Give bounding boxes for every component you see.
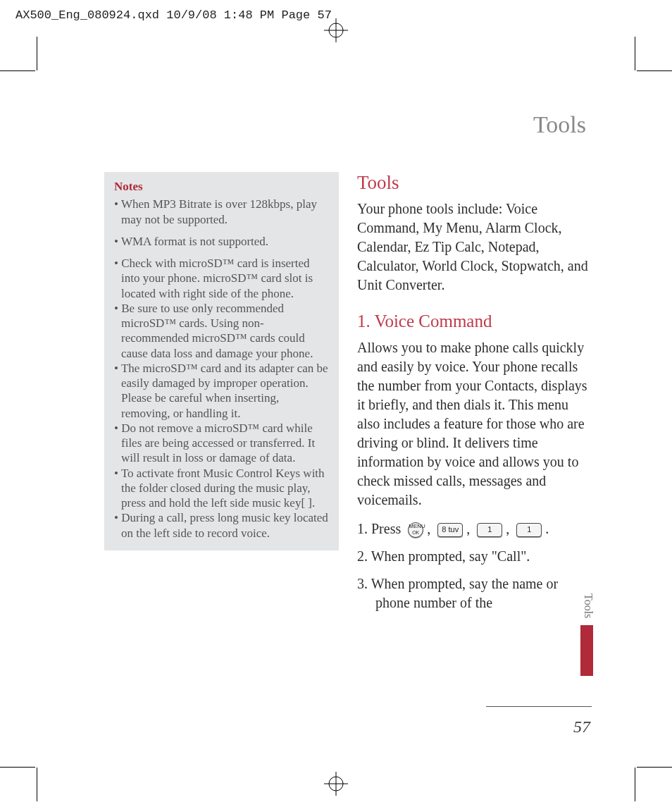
tools-heading: Tools [357, 172, 592, 194]
key-8-icon: 8 tuv [437, 523, 463, 537]
crop-mark [0, 767, 35, 768]
side-tab: Tools [580, 588, 600, 676]
crop-mark [37, 768, 37, 801]
running-title: Tools [533, 111, 586, 138]
step-3: 3. When prompted, say the name or phone … [357, 574, 592, 612]
registration-mark-top [324, 18, 348, 42]
notes-item: • The microSD™ card and its adapter can … [114, 361, 330, 421]
step-1: 1. Press MENUOK , 8 tuv , 1 , 1 . [357, 519, 592, 538]
key-1-icon: 1 [516, 523, 542, 537]
page-body: Tools Notes • When MP3 Bitrate is over 1… [37, 70, 635, 768]
notes-item: • When MP3 Bitrate is over 128kbps, play… [114, 197, 330, 227]
page-number: 57 [573, 717, 590, 737]
side-tab-label: Tools [580, 588, 596, 624]
notes-item: • Do not remove a microSD™ card while fi… [114, 421, 330, 466]
voice-command-heading: 1. Voice Command [357, 312, 592, 331]
page-number-rule [486, 706, 592, 707]
notes-item: • To activate front Music Control Keys w… [114, 466, 330, 511]
left-column: Notes • When MP3 Bitrate is over 128kbps… [104, 172, 339, 621]
crop-mark [0, 70, 35, 71]
step-1-suffix: . [545, 521, 549, 536]
notes-heading: Notes [114, 179, 330, 194]
crop-mark [37, 37, 37, 70]
notes-item: • During a call, press long music key lo… [114, 510, 330, 541]
crop-mark [637, 70, 672, 71]
crop-mark [635, 768, 635, 801]
notes-item: • Be sure to use only recommended microS… [114, 301, 330, 361]
side-tab-accent [580, 625, 593, 676]
step-1-text: 1. Press [357, 521, 401, 536]
crop-mark [637, 767, 672, 768]
menu-ok-key-icon: MENUOK [408, 522, 423, 538]
registration-mark-bottom [324, 772, 348, 796]
voice-command-intro: Allows you to make phone calls quickly a… [357, 338, 592, 510]
step-2: 2. When prompted, say "Call". [357, 547, 592, 566]
right-column: Tools Your phone tools include: Voice Co… [357, 172, 592, 621]
notes-item: • Check with microSD™ card is inserted i… [114, 256, 330, 301]
tools-intro: Your phone tools include: Voice Command,… [357, 199, 592, 295]
notes-box: Notes • When MP3 Bitrate is over 128kbps… [104, 172, 339, 550]
voice-command-steps: 1. Press MENUOK , 8 tuv , 1 , 1 . 2. Whe… [357, 519, 592, 612]
key-1-icon: 1 [477, 523, 502, 537]
crop-mark [635, 37, 635, 70]
print-header-line: AX500_Eng_080924.qxd 10/9/08 1:48 PM Pag… [15, 8, 332, 22]
notes-item: • WMA format is not supported. [114, 234, 330, 249]
